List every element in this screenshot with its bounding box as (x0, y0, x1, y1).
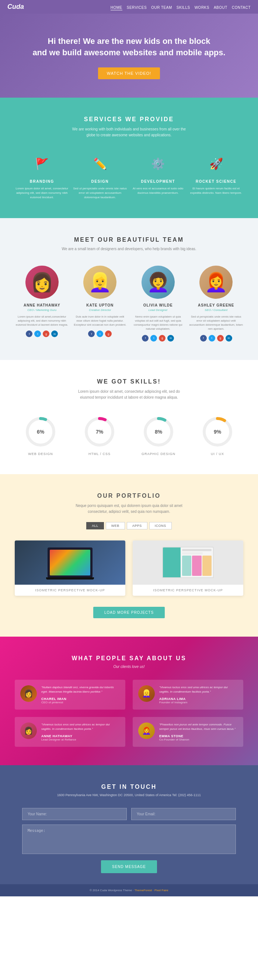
member-role-3: Lead Designer (131, 309, 185, 312)
service-design-desc: Sed ut perspiciatis unde omnis iste natu… (73, 186, 127, 200)
member-name-2: KATE UPTON (73, 303, 127, 307)
skill-chart-html-css: 7% (83, 415, 116, 449)
skills-subtext: Lorem ipsum dolor sit amet, consectetur … (15, 389, 243, 401)
message-textarea[interactable] (22, 824, 236, 854)
testimonial-title-1: CEO of pinterest (41, 701, 120, 704)
testimonial-quote-3: "Vivamus luctus eros sed uma ultrices ac… (41, 722, 120, 731)
testimonial-quote-1: "Nullam dapibus blandit orci, viverra gr… (41, 685, 120, 694)
watch-video-button[interactable]: WATCH THE VIDEO! (98, 67, 160, 79)
avatar-adriana: 👱‍♀️ (138, 685, 155, 702)
portfolio-caption-2: ISOMETRIC PERSPECTIVE MOCK-UP (133, 585, 243, 596)
linkedin-icon-4[interactable]: in (226, 335, 232, 342)
testimonial-content-4: "Phasellus non purus vel ante tempor com… (159, 722, 238, 741)
member-social-3: f t g in (131, 335, 185, 342)
skill-ui-ux: 9% UI / UX (192, 415, 243, 456)
nav-links: HOME SERVICES OUR TEAM SKILLS WORKS ABOU… (111, 4, 251, 10)
avatar-kate: 👱‍♀️ (83, 266, 116, 299)
filter-web[interactable]: WEB (106, 522, 125, 530)
member-name-3: OLIVIA WILDE (131, 303, 185, 307)
skill-graphic-design: 8% GRAPHIC DESIGN (133, 415, 184, 456)
skill-chart-ui-ux: 9% (201, 415, 234, 449)
avatar-ashley: 👩‍🦰 (199, 266, 233, 299)
member-bio-1: Lorem ipsum dolor sit amet,consectetur a… (15, 315, 69, 327)
filter-all[interactable]: ALL (86, 522, 104, 530)
footer-link-themeforest[interactable]: ThemeForest (135, 889, 152, 892)
googleplus-icon-4[interactable]: g (217, 335, 224, 342)
testimonial-quote-4: "Phasellus non purus vel ante tempor com… (159, 722, 238, 731)
service-branding: 🚩 BRANDING Lorem ipsum dolor sit amet, c… (15, 153, 69, 200)
skills-heading: WE GOT SKILLS! (15, 379, 243, 385)
twitter-icon-4[interactable]: t (209, 335, 215, 342)
nav-about[interactable]: ABOUT (214, 6, 228, 10)
service-rocket-title: ROCKET SCIENCE (189, 180, 244, 183)
team-section: MEET OUR BEAUTIFUL TEAM We are a small t… (0, 218, 258, 360)
nav-works[interactable]: WORKS (194, 6, 209, 10)
testimonial-quote-2: "Vivamus luctus eros sed uma ultrices ac… (159, 685, 238, 694)
service-rocket: 🚀 ROCKET SCIENCE Et harum quidem rerum f… (189, 153, 244, 200)
portfolio-subtext: Neque porro quisquam est, qui dolorem ip… (15, 503, 243, 515)
skill-web-design: 6% WEB DESIGN (15, 415, 66, 456)
branding-icon: 🚩 (31, 153, 53, 175)
member-role-1: CEO / Marketing Guru (15, 309, 69, 312)
facebook-icon-3[interactable]: f (142, 335, 148, 342)
design-icon: ✏️ (89, 153, 111, 175)
skill-percent-graphic-design: 8% (155, 429, 162, 435)
skill-label-web-design: WEB DESIGN (15, 452, 66, 456)
filter-icons[interactable]: ICONS (149, 522, 172, 530)
service-development-desc: At vero eos et accusamus et iusto odio d… (131, 186, 185, 195)
development-icon: ⚙️ (147, 153, 169, 175)
skill-html-css: 7% HTML / CSS (74, 415, 125, 456)
portfolio-item-2[interactable]: ISOMETRIC PERSPECTIVE MOCK-UP (133, 541, 243, 596)
member-bio-4: Sed ut perspiciatis unde omnis iste natu… (189, 315, 244, 331)
nav-our-team[interactable]: OUR TEAM (151, 6, 172, 10)
member-name-1: ANNE HATHAWAY (15, 303, 69, 307)
send-message-button[interactable]: SEND MESSAGE (101, 860, 157, 873)
facebook-icon-2[interactable]: f (88, 331, 95, 337)
portfolio-section: OUR PORTFOLIO Neque porro quisquam est, … (0, 474, 258, 636)
team-subtext: We are a small team of designers and dev… (15, 247, 243, 251)
nav-contact[interactable]: CONTACT (232, 6, 251, 10)
avatar-emma: 👩‍🦰 (138, 722, 155, 739)
contact-section: GET IN TOUCH 1600 Pennsylvania Ave NW, W… (0, 765, 258, 884)
name-input[interactable] (22, 808, 127, 820)
hero-title: Hi there! We are the new kids on the blo… (29, 36, 229, 59)
nav-home[interactable]: HOME (111, 6, 123, 10)
googleplus-icon-2[interactable]: g (105, 331, 111, 337)
nav-services[interactable]: SERVICES (127, 6, 147, 10)
googleplus-icon[interactable]: g (43, 331, 49, 337)
testimonial-name-3: ANNE HATHAWAY (41, 734, 120, 738)
linkedin-icon-3[interactable]: in (167, 335, 174, 342)
team-grid: 👩 ANNE HATHAWAY CEO / Marketing Guru Lor… (15, 266, 243, 342)
skill-chart-graphic-design: 8% (142, 415, 175, 449)
facebook-icon[interactable]: f (26, 331, 32, 337)
testimonials-subtext: Our clients love us! (15, 665, 243, 669)
navigation: Cuda HOME SERVICES OUR TEAM SKILLS WORKS… (0, 0, 258, 14)
twitter-icon-3[interactable]: t (150, 335, 157, 342)
linkedin-icon[interactable]: in (51, 331, 58, 337)
logo[interactable]: Cuda (7, 3, 24, 11)
testimonial-1: 👩 "Nullam dapibus blandit orci, viverra … (15, 680, 125, 710)
portfolio-caption-1: ISOMETRIC PERSPECTIVE MOCK-UP (15, 585, 125, 596)
skills-section: WE GOT SKILLS! Lorem ipsum dolor sit ame… (0, 360, 258, 474)
testimonial-title-4: Co-Founder of Shanon (159, 738, 238, 741)
nav-skills[interactable]: SKILLS (177, 6, 190, 10)
footer-link-pixelfaire[interactable]: Pixel Faire (154, 889, 169, 892)
email-input[interactable] (131, 808, 236, 820)
services-grid: 🚩 BRANDING Lorem ipsum dolor sit amet, c… (15, 153, 243, 200)
services-heading: SERVICES WE PROVIDE (15, 116, 243, 123)
service-development-title: DEVELOPMENT (131, 180, 185, 183)
team-member-1: 👩 ANNE HATHAWAY CEO / Marketing Guru Lor… (15, 266, 69, 342)
portfolio-item-1[interactable]: ISOMETRIC PERSPECTIVE MOCK-UP (15, 541, 125, 596)
twitter-icon[interactable]: t (34, 331, 41, 337)
load-more-button[interactable]: LOAD MORE PROJECTS (93, 607, 165, 618)
services-subtext: We are working with both individuals and… (15, 126, 243, 138)
testimonial-name-2: ADRIANA LIMA (159, 697, 238, 701)
footer-text: © 2014 Cuda Wordpress Theme · ThemeFores… (5, 889, 253, 892)
filter-apps[interactable]: APPS (127, 522, 147, 530)
mockup-1 (15, 541, 125, 585)
twitter-icon-2[interactable]: t (97, 331, 103, 337)
services-section: SERVICES WE PROVIDE We are working with … (0, 98, 258, 218)
googleplus-icon-3[interactable]: g (159, 335, 166, 342)
contact-row-1 (22, 808, 236, 820)
facebook-icon-4[interactable]: f (200, 335, 207, 342)
